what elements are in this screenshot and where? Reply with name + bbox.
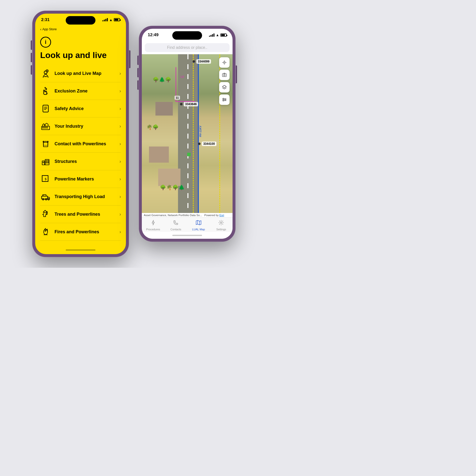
svg-rect-7 [42, 127, 44, 128]
node-label-3343646: 3343646 [184, 102, 198, 106]
map-pin-icon [40, 68, 51, 79]
svg-rect-9 [46, 127, 48, 128]
contacts-icon [173, 220, 179, 227]
menu-label-fires-powerlines: Fires and Powerlines [55, 229, 119, 235]
road-label: 11 [175, 96, 180, 100]
powerlines-icon [40, 138, 51, 149]
esri-link[interactable]: Esri [219, 214, 224, 217]
right-status-icons: ▲ [209, 33, 227, 37]
tab-bar: Procedures Contacts [142, 217, 233, 232]
map-screen: Find address or place.. 🌳🌲🌳 🌴🌳 🌳🌴🌳🌲 [142, 41, 233, 239]
info-letter: i [45, 39, 46, 45]
map-controls [219, 57, 230, 105]
chevron-icon: › [119, 177, 121, 182]
svg-rect-25 [48, 162, 49, 163]
menu-item-your-industry[interactable]: Your Industry › [40, 118, 121, 135]
battery-icon [114, 18, 120, 21]
chevron-icon: › [119, 124, 121, 129]
svg-point-53 [220, 222, 222, 223]
svg-point-43 [225, 99, 226, 100]
camera-btn[interactable] [219, 70, 230, 80]
node-dot [198, 143, 201, 145]
left-home-indicator [35, 246, 126, 254]
wifi-icon-right: ▲ [216, 33, 219, 37]
menu-list: Look up and Live Map › [40, 65, 121, 241]
menu-item-powerline-markers[interactable]: Powerline Markers › [40, 170, 121, 188]
left-time: 2:31 [41, 17, 50, 22]
lv-label: LV [180, 75, 184, 79]
tree-cluster-3: 🌳🌴🌳🌲 [160, 184, 185, 190]
svg-point-41 [224, 74, 225, 76]
left-phone: 2:31 ▲ ‹ App Store [32, 11, 129, 257]
menu-item-structures[interactable]: Structures › [40, 153, 121, 170]
right-status-bar: 12:49 ▲ [142, 29, 233, 41]
node-3344099: 3344099 [193, 59, 211, 64]
chevron-icon: › [119, 159, 121, 164]
app-title: Look up and live [40, 51, 121, 60]
fire-power-icon [40, 226, 51, 237]
location-btn[interactable] [219, 57, 230, 68]
dynamic-island-left [66, 16, 95, 25]
app-screen: ‹ App Store i Look up and live [35, 26, 126, 254]
hands-warning-icon [40, 86, 51, 96]
tab-lual-map[interactable]: LUAL Map [187, 220, 210, 231]
svg-rect-24 [46, 162, 47, 163]
node-3344100: 3344100 [198, 142, 216, 146]
powerline-hv-label: HV-11KV [199, 126, 202, 137]
menu-item-safety-advice[interactable]: Safety Advice › [40, 100, 121, 118]
menu-label-structures: Structures [55, 159, 119, 164]
tab-procedures[interactable]: Procedures [142, 220, 165, 231]
app-content: i Look up and live [35, 33, 126, 246]
dynamic-island-right [172, 31, 202, 40]
procedures-icon [150, 220, 156, 227]
tab-label-settings: Settings [216, 228, 226, 231]
tab-settings[interactable]: Settings [210, 220, 233, 231]
menu-label-trees-powerlines: Trees and Powerlines [55, 212, 119, 217]
industry-icon [40, 121, 51, 132]
wifi-icon: ▲ [109, 18, 113, 22]
tree-cluster-2: 🌴🌳 [146, 124, 159, 130]
building-3 [158, 169, 180, 186]
svg-rect-22 [46, 160, 47, 161]
layers-btn[interactable] [219, 82, 230, 92]
tab-contacts[interactable]: Contacts [165, 220, 187, 231]
right-time: 12:49 [148, 32, 158, 37]
node-dot [193, 60, 195, 63]
menu-label-powerline-markers: Powerline Markers [55, 177, 119, 182]
structures-icon [40, 156, 51, 167]
menu-item-transporting-high-load[interactable]: Transporting High Load › [40, 188, 121, 206]
search-bar[interactable]: Find address or place.. [145, 43, 230, 52]
filter-btn[interactable] [219, 94, 230, 105]
document-icon [40, 103, 51, 114]
signal-icon [102, 18, 108, 21]
search-bar-row: Find address or place.. [142, 41, 233, 54]
info-icon: i [40, 37, 51, 48]
node-dot [180, 103, 182, 105]
svg-rect-8 [44, 127, 46, 128]
menu-item-trees-powerlines[interactable]: Trees and Powerlines › [40, 206, 121, 223]
signal-icon-right [209, 33, 214, 37]
chevron-icon: › [119, 71, 121, 76]
menu-label-exclusion-zone: Exclusion Zone [55, 89, 119, 94]
chevron-icon: › [119, 106, 121, 111]
menu-item-fires-powerlines[interactable]: Fires and Powerlines › [40, 223, 121, 241]
tab-label-procedures: Procedures [146, 228, 160, 231]
settings-icon [218, 220, 224, 227]
menu-item-exclusion-zone[interactable]: Exclusion Zone › [40, 82, 121, 100]
right-home-indicator [142, 232, 233, 239]
powered-by-text: Powered by [204, 214, 219, 217]
tree-cluster-1: 🌳🌲🌳 [153, 77, 171, 83]
menu-label-contact-powerlines: Contact with Powerlines [55, 141, 119, 147]
right-phone: 12:49 ▲ Find address or place.. [139, 26, 236, 242]
svg-point-42 [223, 98, 224, 99]
back-arrow-icon: ‹ [40, 27, 41, 31]
menu-item-contact-powerlines[interactable]: Contact with Powerlines › [40, 135, 121, 153]
dashed-exclusion-zone [193, 54, 220, 213]
tab-label-lual-map: LUAL Map [192, 228, 205, 231]
menu-item-look-up-map[interactable]: Look up and Live Map › [40, 65, 121, 82]
nav-back-bar[interactable]: ‹ App Store [35, 26, 126, 33]
building-1 [155, 102, 173, 116]
map-area[interactable]: 🌳🌲🌳 🌴🌳 🌳🌴🌳🌲 HV-11KV LV 3344099 [142, 54, 233, 213]
truck-icon [40, 191, 51, 202]
svg-rect-21 [43, 162, 44, 163]
